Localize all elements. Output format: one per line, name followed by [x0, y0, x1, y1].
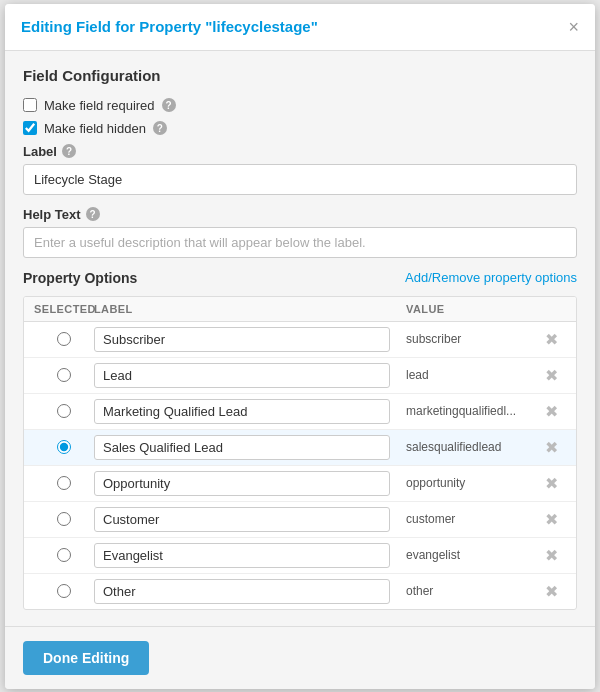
- make-hidden-help-icon[interactable]: ?: [153, 121, 167, 135]
- label-cell[interactable]: [94, 579, 406, 604]
- value-cell-lead: lead: [406, 368, 536, 382]
- property-options-header: Property Options Add/Remove property opt…: [23, 270, 577, 286]
- option-radio-lead[interactable]: [57, 368, 71, 382]
- make-hidden-row: Make field hidden ?: [23, 121, 577, 136]
- label-cell[interactable]: [94, 507, 406, 532]
- option-label-input-subscriber[interactable]: [94, 327, 390, 352]
- modal: Editing Field for Property "lifecyclesta…: [5, 4, 595, 689]
- label-field-label: Label ?: [23, 144, 577, 159]
- label-cell[interactable]: [94, 471, 406, 496]
- option-radio-sql[interactable]: [57, 440, 71, 454]
- table-row: customer ✖: [24, 502, 576, 538]
- make-hidden-checkbox[interactable]: [23, 121, 37, 135]
- value-cell-sql: salesqualifiedlead: [406, 440, 536, 454]
- radio-cell[interactable]: [34, 512, 94, 526]
- label-cell[interactable]: [94, 543, 406, 568]
- help-text-group: Help Text ?: [23, 207, 577, 258]
- modal-body: Field Configuration Make field required …: [5, 51, 595, 626]
- option-label-input-customer[interactable]: [94, 507, 390, 532]
- table-row: other ✖: [24, 574, 576, 609]
- value-cell-mqr: marketingqualifiedl...: [406, 404, 536, 418]
- option-radio-evangelist[interactable]: [57, 548, 71, 562]
- label-input[interactable]: [23, 164, 577, 195]
- table-row: marketingqualifiedl... ✖: [24, 394, 576, 430]
- radio-cell[interactable]: [34, 440, 94, 454]
- options-table: SELECTED LABEL VALUE subscriber ✖: [23, 296, 577, 610]
- table-row: evangelist ✖: [24, 538, 576, 574]
- label-help-icon[interactable]: ?: [62, 144, 76, 158]
- table-row: lead ✖: [24, 358, 576, 394]
- option-radio-mqr[interactable]: [57, 404, 71, 418]
- option-label-input-mqr[interactable]: [94, 399, 390, 424]
- done-editing-button[interactable]: Done Editing: [23, 641, 149, 675]
- col-value: VALUE: [406, 303, 536, 315]
- remove-button-evangelist[interactable]: ✖: [536, 546, 566, 565]
- value-cell-evangelist: evangelist: [406, 548, 536, 562]
- option-label-input-lead[interactable]: [94, 363, 390, 388]
- option-radio-opportunity[interactable]: [57, 476, 71, 490]
- radio-cell[interactable]: [34, 476, 94, 490]
- option-radio-subscriber[interactable]: [57, 332, 71, 346]
- radio-cell[interactable]: [34, 332, 94, 346]
- make-required-checkbox[interactable]: [23, 98, 37, 112]
- modal-footer: Done Editing: [5, 626, 595, 689]
- col-selected: SELECTED: [34, 303, 94, 315]
- remove-button-subscriber[interactable]: ✖: [536, 330, 566, 349]
- make-required-label[interactable]: Make field required: [44, 98, 155, 113]
- make-required-help-icon[interactable]: ?: [162, 98, 176, 112]
- value-cell-other: other: [406, 584, 536, 598]
- label-cell[interactable]: [94, 435, 406, 460]
- remove-button-sql[interactable]: ✖: [536, 438, 566, 457]
- remove-button-other[interactable]: ✖: [536, 582, 566, 601]
- remove-button-mqr[interactable]: ✖: [536, 402, 566, 421]
- option-radio-other[interactable]: [57, 584, 71, 598]
- col-label: LABEL: [94, 303, 406, 315]
- options-rows: subscriber ✖ lead ✖ marketingqualifiedl.…: [24, 322, 576, 609]
- table-row: subscriber ✖: [24, 322, 576, 358]
- remove-button-opportunity[interactable]: ✖: [536, 474, 566, 493]
- property-options-title: Property Options: [23, 270, 137, 286]
- remove-button-lead[interactable]: ✖: [536, 366, 566, 385]
- remove-button-customer[interactable]: ✖: [536, 510, 566, 529]
- make-required-row: Make field required ?: [23, 98, 577, 113]
- value-cell-opportunity: opportunity: [406, 476, 536, 490]
- field-config-title: Field Configuration: [23, 67, 577, 84]
- radio-cell[interactable]: [34, 368, 94, 382]
- option-label-input-other[interactable]: [94, 579, 390, 604]
- label-cell[interactable]: [94, 399, 406, 424]
- label-cell[interactable]: [94, 327, 406, 352]
- option-label-input-opportunity[interactable]: [94, 471, 390, 496]
- option-label-input-sql[interactable]: [94, 435, 390, 460]
- help-text-help-icon[interactable]: ?: [86, 207, 100, 221]
- close-button[interactable]: ×: [568, 18, 579, 36]
- label-group: Label ?: [23, 144, 577, 195]
- table-row: salesqualifiedlead ✖: [24, 430, 576, 466]
- options-table-header: SELECTED LABEL VALUE: [24, 297, 576, 322]
- option-radio-customer[interactable]: [57, 512, 71, 526]
- help-text-input[interactable]: [23, 227, 577, 258]
- help-text-label: Help Text ?: [23, 207, 577, 222]
- table-row: opportunity ✖: [24, 466, 576, 502]
- modal-header: Editing Field for Property "lifecyclesta…: [5, 4, 595, 51]
- add-remove-link[interactable]: Add/Remove property options: [405, 270, 577, 285]
- value-cell-subscriber: subscriber: [406, 332, 536, 346]
- value-cell-customer: customer: [406, 512, 536, 526]
- radio-cell[interactable]: [34, 548, 94, 562]
- make-hidden-label[interactable]: Make field hidden: [44, 121, 146, 136]
- radio-cell[interactable]: [34, 584, 94, 598]
- radio-cell[interactable]: [34, 404, 94, 418]
- label-cell[interactable]: [94, 363, 406, 388]
- modal-title: Editing Field for Property "lifecyclesta…: [21, 18, 318, 35]
- option-label-input-evangelist[interactable]: [94, 543, 390, 568]
